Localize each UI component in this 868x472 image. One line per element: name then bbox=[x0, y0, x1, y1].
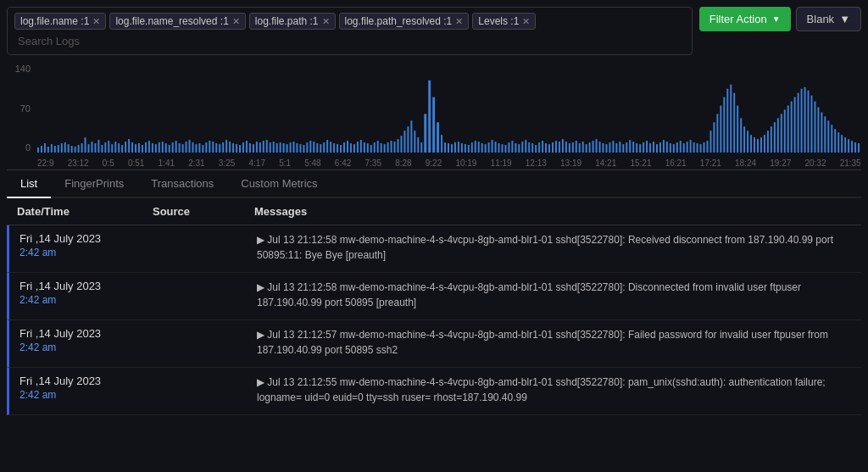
tag-filename[interactable]: log.file.name :1✕ bbox=[14, 13, 106, 30]
svg-rect-41 bbox=[175, 141, 177, 153]
close-icon[interactable]: ✕ bbox=[522, 16, 530, 27]
svg-rect-6 bbox=[58, 145, 59, 153]
svg-rect-224 bbox=[643, 142, 644, 153]
svg-rect-116 bbox=[410, 120, 412, 153]
tag-filepath-resolved[interactable]: log.file.path_resolved :1✕ bbox=[339, 13, 470, 30]
svg-rect-138 bbox=[771, 126, 772, 153]
svg-rect-152 bbox=[817, 108, 819, 153]
svg-rect-21 bbox=[108, 141, 109, 153]
svg-rect-211 bbox=[599, 142, 601, 153]
svg-rect-119 bbox=[420, 142, 422, 153]
svg-rect-131 bbox=[747, 130, 748, 153]
svg-rect-28 bbox=[131, 142, 133, 153]
svg-rect-47 bbox=[195, 144, 197, 153]
svg-rect-178 bbox=[488, 142, 490, 153]
log-table: Date/Time Source Messages Fri ,14 July 2… bbox=[7, 198, 861, 415]
svg-rect-43 bbox=[182, 144, 184, 153]
search-input[interactable]: Search Logs bbox=[14, 33, 685, 49]
svg-rect-139 bbox=[774, 122, 776, 153]
svg-rect-172 bbox=[468, 145, 470, 153]
svg-rect-189 bbox=[525, 140, 526, 153]
svg-rect-230 bbox=[663, 140, 665, 153]
tab-custom-metrics[interactable]: Custom Metrics bbox=[227, 170, 331, 198]
svg-rect-38 bbox=[165, 143, 167, 153]
svg-rect-8 bbox=[64, 142, 66, 153]
svg-rect-79 bbox=[287, 144, 288, 153]
svg-rect-35 bbox=[155, 144, 157, 153]
svg-rect-149 bbox=[808, 91, 810, 153]
svg-rect-145 bbox=[794, 97, 796, 153]
tab-transactions[interactable]: Transactions bbox=[137, 170, 227, 198]
svg-rect-158 bbox=[837, 132, 839, 153]
table-row[interactable]: Fri ,14 July 2023 2:42 am ▶ Jul 13 21:12… bbox=[7, 273, 861, 320]
svg-rect-34 bbox=[152, 143, 153, 153]
svg-rect-190 bbox=[528, 142, 530, 153]
svg-rect-151 bbox=[814, 102, 815, 153]
svg-rect-16 bbox=[91, 142, 92, 153]
svg-rect-111 bbox=[394, 142, 396, 153]
svg-rect-128 bbox=[737, 106, 738, 153]
svg-rect-210 bbox=[596, 139, 598, 153]
svg-rect-132 bbox=[750, 135, 752, 153]
svg-rect-129 bbox=[740, 118, 742, 153]
table-row[interactable]: Fri ,14 July 2023 2:42 am ▶ Jul 13 21:12… bbox=[7, 320, 861, 368]
svg-rect-114 bbox=[403, 130, 405, 153]
svg-rect-143 bbox=[787, 106, 789, 153]
svg-rect-33 bbox=[148, 141, 150, 153]
svg-rect-40 bbox=[172, 142, 174, 153]
svg-rect-169 bbox=[458, 142, 459, 153]
tag-levels[interactable]: Levels :1✕ bbox=[472, 13, 536, 30]
svg-rect-96 bbox=[343, 142, 345, 153]
filter-bar: log.file.name :1✕log.file.name_resolved … bbox=[7, 7, 693, 55]
close-icon[interactable]: ✕ bbox=[92, 16, 100, 27]
svg-rect-214 bbox=[609, 142, 610, 153]
svg-rect-84 bbox=[303, 145, 304, 153]
svg-rect-78 bbox=[283, 143, 285, 153]
svg-rect-242 bbox=[704, 142, 705, 153]
tag-filename-resolved[interactable]: log.file.name_resolved :1✕ bbox=[109, 13, 245, 30]
blank-button[interactable]: Blank ▼ bbox=[796, 7, 861, 31]
close-icon[interactable]: ✕ bbox=[232, 16, 240, 27]
filter-action-button[interactable]: Filter Action ▼ bbox=[699, 7, 791, 31]
svg-rect-148 bbox=[804, 87, 806, 153]
svg-rect-196 bbox=[548, 144, 550, 153]
row-datetime: Fri ,14 July 2023 2:42 am bbox=[19, 280, 155, 313]
svg-rect-17 bbox=[94, 143, 96, 153]
svg-rect-165 bbox=[444, 142, 446, 153]
tag-filepath[interactable]: log.file.path :1✕ bbox=[249, 13, 336, 30]
svg-rect-200 bbox=[562, 139, 564, 153]
svg-rect-181 bbox=[498, 143, 500, 153]
svg-rect-42 bbox=[179, 143, 181, 153]
svg-rect-49 bbox=[202, 145, 203, 153]
svg-rect-123 bbox=[720, 106, 721, 153]
tab-fingerprints[interactable]: FingerPrints bbox=[51, 170, 137, 198]
svg-rect-98 bbox=[350, 143, 352, 153]
row-message: ▶ Jul 13 21:12:57 mw-demo-machine-4-s-4v… bbox=[257, 327, 851, 360]
log-chart: 140 70 0 bbox=[7, 60, 861, 170]
close-icon[interactable]: ✕ bbox=[322, 16, 330, 27]
svg-rect-11 bbox=[75, 147, 76, 153]
svg-rect-221 bbox=[632, 142, 634, 153]
svg-rect-144 bbox=[791, 102, 793, 153]
table-row[interactable]: Fri ,14 July 2023 2:42 am ▶ Jul 13 21:12… bbox=[7, 225, 861, 273]
table-row[interactable]: Fri ,14 July 2023 2:42 am ▶ Jul 13 21:12… bbox=[7, 368, 861, 415]
svg-rect-5 bbox=[54, 146, 56, 153]
svg-rect-74 bbox=[432, 97, 435, 153]
svg-rect-65 bbox=[256, 142, 258, 153]
svg-rect-201 bbox=[565, 142, 567, 153]
svg-rect-107 bbox=[381, 143, 382, 153]
svg-rect-215 bbox=[612, 141, 614, 153]
svg-rect-174 bbox=[475, 141, 476, 153]
close-icon[interactable]: ✕ bbox=[455, 16, 463, 27]
blank-dropdown-icon: ▼ bbox=[839, 13, 850, 25]
svg-rect-91 bbox=[326, 140, 328, 153]
svg-rect-220 bbox=[629, 140, 631, 153]
svg-rect-213 bbox=[605, 144, 607, 153]
svg-rect-13 bbox=[81, 143, 83, 153]
svg-rect-76 bbox=[441, 135, 442, 153]
svg-rect-240 bbox=[697, 143, 698, 153]
filter-action-dropdown-icon: ▼ bbox=[772, 14, 781, 24]
svg-rect-86 bbox=[309, 141, 311, 153]
svg-rect-180 bbox=[495, 142, 497, 153]
tab-list[interactable]: List bbox=[7, 170, 51, 198]
